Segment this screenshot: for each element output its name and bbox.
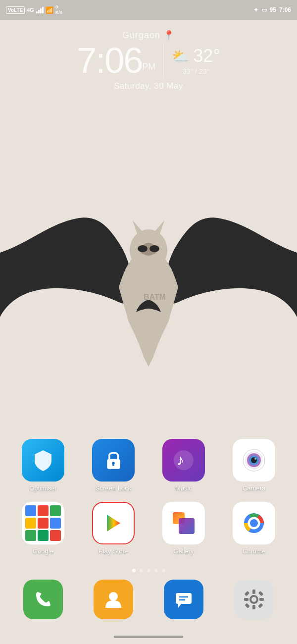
battery-level: 95 bbox=[270, 6, 276, 13]
svg-point-22 bbox=[250, 519, 258, 527]
camera-label: Camera bbox=[243, 484, 265, 492]
carrier-label: VoLTE bbox=[6, 6, 25, 14]
svg-text:♪: ♪ bbox=[177, 452, 184, 468]
page-dot-4[interactable] bbox=[154, 569, 158, 572]
phone-icon-wrap bbox=[23, 580, 63, 619]
google-grid bbox=[22, 502, 64, 544]
bluetooth-icon: ✦ bbox=[253, 6, 258, 13]
chrome-icon-wrap bbox=[233, 502, 275, 544]
gallery-icon bbox=[169, 508, 198, 538]
camera-icon bbox=[241, 447, 267, 473]
messages-icon-wrap bbox=[164, 580, 203, 619]
wifi-icon: 📶 bbox=[46, 6, 53, 14]
weather-icon: ⛅ bbox=[172, 48, 189, 64]
svg-marker-28 bbox=[178, 604, 181, 608]
shield-icon bbox=[31, 448, 55, 473]
page-dot-5[interactable] bbox=[162, 569, 165, 572]
clock-widget: Gurgaon 📍 7:06PM ⛅ 32° 33° / 23° Saturda… bbox=[0, 30, 297, 91]
app-optimiser[interactable]: Optimiser bbox=[13, 439, 73, 492]
gallery-label: Gallery bbox=[173, 547, 194, 555]
svg-point-30 bbox=[251, 597, 256, 602]
date-text: Saturday, 30 May bbox=[0, 81, 297, 91]
data-speed: 0K/s bbox=[55, 4, 62, 15]
svg-rect-37 bbox=[245, 603, 250, 608]
chrome-label: Chrome bbox=[243, 547, 265, 555]
svg-point-24 bbox=[109, 592, 118, 601]
app-row-2: Google bbox=[8, 502, 289, 555]
person-icon bbox=[103, 589, 124, 610]
screen-lock-label: Screen Lock bbox=[96, 484, 131, 492]
svg-marker-2 bbox=[153, 220, 164, 235]
time-display: 7:06PM bbox=[77, 43, 155, 78]
signal-icon bbox=[36, 6, 44, 13]
page-dots bbox=[0, 569, 297, 572]
app-gallery[interactable]: Gallery bbox=[154, 502, 213, 555]
svg-rect-38 bbox=[258, 603, 263, 608]
music-icon-wrap: ♪ bbox=[162, 439, 205, 482]
contacts-icon-wrap bbox=[94, 580, 133, 619]
time-weather-divider bbox=[163, 43, 164, 78]
bottom-dock bbox=[0, 580, 297, 619]
signal-4g: 4G bbox=[27, 7, 34, 13]
app-screen-lock[interactable]: Screen Lock bbox=[84, 439, 143, 492]
page-dot-3[interactable] bbox=[147, 569, 150, 572]
svg-point-16 bbox=[254, 458, 256, 460]
screen-lock-icon-wrap bbox=[92, 439, 135, 482]
music-label: Music bbox=[175, 484, 192, 492]
optimiser-icon-wrap bbox=[22, 439, 64, 482]
music-note-icon: ♪ bbox=[171, 448, 196, 473]
dock-settings[interactable] bbox=[229, 580, 279, 619]
dock-contacts[interactable] bbox=[89, 580, 138, 619]
app-google-folder[interactable]: Google bbox=[13, 502, 73, 555]
lock-icon bbox=[102, 448, 125, 473]
svg-rect-25 bbox=[176, 593, 192, 604]
svg-rect-36 bbox=[258, 591, 264, 596]
city-name: Gurgaon 📍 bbox=[0, 30, 297, 41]
dock-messages[interactable] bbox=[159, 580, 208, 619]
battery-icon: ▭ bbox=[261, 6, 267, 13]
svg-rect-32 bbox=[252, 605, 255, 609]
page-dot-2[interactable] bbox=[140, 569, 143, 572]
app-music[interactable]: ♪ Music bbox=[154, 439, 213, 492]
message-icon bbox=[173, 589, 194, 610]
svg-point-4 bbox=[149, 245, 159, 252]
home-bar[interactable] bbox=[114, 636, 183, 638]
app-chrome[interactable]: Chrome bbox=[224, 502, 284, 555]
gear-icon bbox=[242, 587, 266, 612]
app-camera[interactable]: Camera bbox=[224, 439, 284, 492]
status-right: ✦ ▭ 95 7:06 bbox=[253, 6, 291, 13]
batman-wallpaper: BATM bbox=[0, 213, 297, 372]
weather-block: ⛅ 32° 33° / 23° bbox=[172, 46, 220, 75]
svg-rect-34 bbox=[259, 598, 264, 601]
play-store-icon bbox=[101, 511, 126, 536]
status-left: VoLTE 4G 📶 0K/s bbox=[6, 4, 62, 15]
svg-rect-35 bbox=[245, 591, 250, 596]
status-time: 7:06 bbox=[279, 6, 291, 13]
play-store-label: Play Store bbox=[99, 547, 128, 555]
location-icon: 📍 bbox=[163, 30, 175, 41]
svg-point-3 bbox=[138, 245, 148, 252]
status-bar: VoLTE 4G 📶 0K/s ✦ ▭ 95 7:06 bbox=[0, 0, 297, 20]
weather-temp-row: ⛅ 32° bbox=[172, 46, 220, 66]
svg-rect-31 bbox=[252, 590, 255, 594]
camera-icon-wrap bbox=[233, 439, 275, 482]
app-grid: Optimiser Screen Lock ♪ Music bbox=[0, 439, 297, 565]
svg-rect-19 bbox=[179, 518, 195, 534]
play-store-icon-wrap bbox=[92, 502, 135, 544]
app-play-store[interactable]: Play Store bbox=[84, 502, 143, 555]
svg-rect-33 bbox=[244, 598, 248, 601]
page-dot-1[interactable] bbox=[132, 569, 136, 572]
google-folder-icon-wrap bbox=[22, 502, 64, 544]
google-label: Google bbox=[33, 547, 53, 555]
temp-range: 33° / 23° bbox=[183, 67, 209, 75]
svg-rect-8 bbox=[112, 463, 114, 466]
chrome-icon bbox=[240, 509, 268, 537]
phone-icon bbox=[33, 589, 53, 610]
app-row-1: Optimiser Screen Lock ♪ Music bbox=[8, 439, 289, 492]
gallery-icon-wrap bbox=[162, 502, 205, 544]
settings-icon-wrap bbox=[234, 580, 274, 619]
svg-text:BATM: BATM bbox=[144, 293, 166, 301]
time-weather-row: 7:06PM ⛅ 32° 33° / 23° bbox=[0, 43, 297, 78]
dock-phone[interactable] bbox=[18, 580, 68, 619]
svg-marker-1 bbox=[133, 220, 144, 235]
